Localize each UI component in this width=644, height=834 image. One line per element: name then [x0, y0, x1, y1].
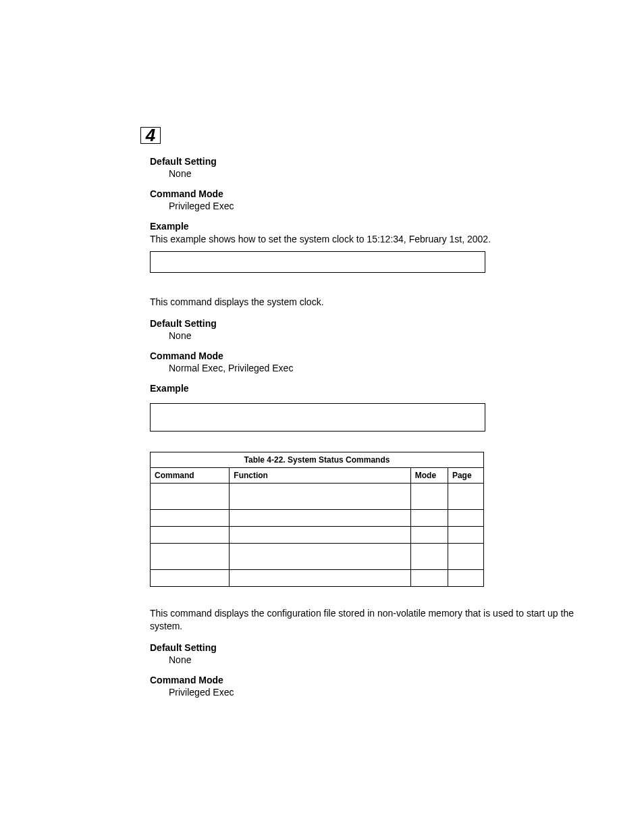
page-content: Default Setting None Command Mode Privil… [0, 0, 644, 741]
table-cell-mode [410, 526, 448, 543]
table-cell-mode [410, 543, 448, 569]
section2-intro: This command displays the system clock. [150, 296, 580, 309]
table-cell-page [448, 569, 483, 586]
table-header-mode: Mode [410, 467, 448, 483]
command-mode-value-3: Privileged Exec [150, 687, 580, 698]
example-code-box-2 [150, 403, 485, 432]
table-row [151, 543, 484, 569]
table-cell-command [151, 526, 230, 543]
example-label-2: Example [150, 383, 580, 394]
table-cell-command [151, 569, 230, 586]
table-header-page: Page [448, 467, 483, 483]
default-setting-label-1: Default Setting [150, 156, 580, 167]
table-cell-mode [410, 509, 448, 526]
table-row [151, 483, 484, 509]
command-mode-value-1: Privileged Exec [150, 201, 580, 211]
table-header-command: Command [151, 467, 230, 483]
default-setting-label-2: Default Setting [150, 318, 580, 329]
table-cell-function [230, 509, 410, 526]
chapter-number: 4 [140, 127, 161, 144]
command-mode-label-1: Command Mode [150, 188, 580, 199]
table-title-row: Table 4-22. System Status Commands [151, 452, 484, 467]
table-cell-command [151, 509, 230, 526]
command-mode-label-3: Command Mode [150, 675, 580, 685]
table-cell-page [448, 543, 483, 569]
table-cell-function [230, 483, 410, 509]
table-cell-page [448, 526, 483, 543]
table-cell-command [151, 543, 230, 569]
table-cell-page [448, 509, 483, 526]
command-mode-value-2: Normal Exec, Privileged Exec [150, 363, 580, 373]
example-intro-1: This example shows how to set the system… [150, 233, 580, 246]
table-cell-function [230, 526, 410, 543]
table-header-row: Command Function Mode Page [151, 467, 484, 483]
example-code-box-1 [150, 251, 485, 273]
table-row [151, 526, 484, 543]
default-setting-value-2: None [150, 330, 580, 341]
table-cell-function [230, 543, 410, 569]
system-status-commands-table: Table 4-22. System Status Commands Comma… [150, 452, 484, 587]
chapter-marker: 4 [140, 127, 161, 144]
command-mode-label-2: Command Mode [150, 350, 580, 361]
table-cell-page [448, 483, 483, 509]
default-setting-value-3: None [150, 654, 580, 665]
table-cell-function [230, 569, 410, 586]
table-row [151, 509, 484, 526]
table-cell-command [151, 483, 230, 509]
section3-intro: This command displays the configuration … [150, 607, 580, 633]
table-title: Table 4-22. System Status Commands [151, 452, 484, 467]
table-cell-mode [410, 483, 448, 509]
default-setting-value-1: None [150, 168, 580, 179]
example-label-1: Example [150, 221, 580, 232]
table-cell-mode [410, 569, 448, 586]
default-setting-label-3: Default Setting [150, 642, 580, 653]
table-header-function: Function [230, 467, 410, 483]
table-row [151, 569, 484, 586]
